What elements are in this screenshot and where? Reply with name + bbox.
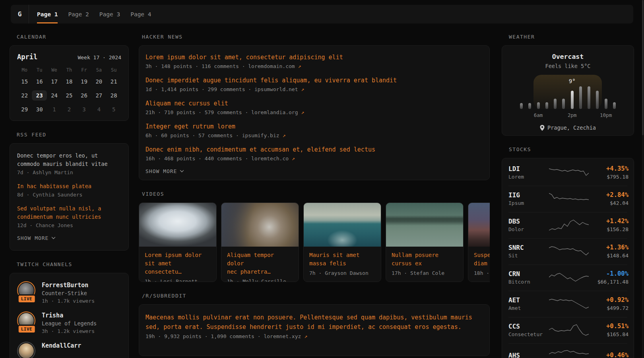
hn-item-domain-link[interactable]: ipsumworld.net [254,86,298,92]
hn-item: Lorem ipsum dolor sit amet, consectetur … [145,53,483,69]
weather-bar [593,91,601,109]
stock-change: +0.46% [589,351,628,358]
stock-price: $499.72 [589,304,628,312]
calendar-day: 30 [32,104,47,115]
weather-bar [602,99,610,109]
video-card[interactable]: Suspendissediam 18h · Tara [468,202,490,282]
weather-location: Prague, Czechia [510,125,626,131]
page-scrollbar-thumb[interactable] [642,0,644,135]
rss-item-link[interactable]: In hac habitasse platea [17,182,121,191]
twitch-channel-trisha[interactable]: LIVE Trisha League of Legends 3h · 1.2k … [17,311,121,335]
rss-item-meta: 7d · Ashlyn Martin [17,169,121,175]
twitch-widget: TWITCH CHANNELS LIVE ForrestBurton Count… [10,261,129,358]
hn-item-domain-link[interactable]: loremdomain.com [248,63,295,69]
stock-row-ldi[interactable]: LDILorem +4.35%$795.18 [508,160,627,186]
calendar-day: 16 [32,76,47,87]
stock-row-crn[interactable]: CRNBitcorn -1.00%$66,171.48 [508,265,627,291]
weather-widget: WEATHER Overcast Feels like 5°C 9° 6am 2… [502,34,634,136]
video-card[interactable]: Aliquam tempor dolornec pharetra… 1h · M… [221,202,299,282]
location-pin-icon [540,125,545,131]
stock-sparkline [549,166,589,179]
video-thumbnail [386,203,463,247]
hn-section-title: HACKER NEWS [142,34,490,40]
weather-location-label: Prague, Czechia [547,125,596,131]
page-scrollbar-track[interactable] [642,0,644,358]
video-meta: 7h · Grayson Dawson [309,270,375,276]
stock-row-aet[interactable]: AETAmet +0.92%$499.72 [508,291,627,317]
video-thumbnail [139,203,216,247]
stocks-widget: STOCKS LDILorem +4.35%$795.18 IIGIpsum +… [502,146,634,358]
app-logo[interactable]: G [11,5,29,23]
rss-item: Donec tempor eros leo, ut commodo mauris… [17,152,121,175]
calendar-day: 20 [91,76,106,87]
reddit-section-title: /R/SUBREDDIT [142,293,490,299]
rss-item: Sed volutpat nulla nisl, a condimentum n… [17,204,121,228]
hn-item-domain-link[interactable]: ipsumify.biz [242,132,279,138]
hn-item-link[interactable]: Donec enim nibh, condimentum et accumsan… [145,145,483,154]
weather-hour-axis: 6am 2pm 10pm [517,112,619,119]
twitch-channel-kendallcarr[interactable]: KendallCarr [17,342,121,358]
hn-item-meta: 3h · 148 points · 116 comments · [145,63,248,69]
reddit-widget: /R/SUBREDDIT Maecenas mollis pulvinar er… [139,293,490,356]
hn-item-domain-link[interactable]: loremlandia.org [251,109,298,115]
calendar-grid: Mo Tu We Th Fr Sa Su 15 16 17 18 19 20 2… [17,67,121,115]
hacker-news-card: Lorem ipsum dolor sit amet, consectetur … [139,45,490,180]
twitch-channel-forrestburton[interactable]: LIVE ForrestBurton Counter-Strike 1h · 1… [17,281,121,305]
stock-row-ccs[interactable]: CCSConsectetur +0.51%$165.84 [508,317,627,343]
stock-sparkline [549,271,589,284]
rss-item-link[interactable]: Donec tempor eros leo, ut commodo mauris… [17,152,121,168]
calendar-day-next-month: 2 [62,104,76,115]
videos-section-title: VIDEOS [142,191,490,197]
stock-symbol: AET [508,296,549,304]
calendar-day-selected: 23 [32,90,47,101]
stock-row-snrc[interactable]: SNRCSit +1.36%$148.64 [508,238,627,265]
reddit-card: Maecenas mollis pulvinar erat non posuer… [139,304,490,356]
rss-item-link[interactable]: Sed volutpat nulla nisl, a condimentum n… [17,204,121,221]
stock-sparkline [549,348,589,358]
hn-item-link[interactable]: Integer eget rutrum lorem [145,122,483,131]
stock-price: $42.04 [589,199,628,207]
stock-sparkline [549,297,589,311]
stock-row-iig[interactable]: IIGIpsum +2.84%$42.04 [508,186,627,212]
tab-page-2[interactable]: Page 2 [68,5,89,23]
hn-item-link[interactable]: Donec imperdiet augue tincidunt felis al… [145,76,483,85]
calendar-day: 15 [17,76,32,87]
avatar [19,343,34,358]
stock-name: Lorem [508,173,549,181]
weather-bar [534,102,543,109]
tab-page-3[interactable]: Page 3 [99,5,120,23]
video-title: Mauris sit ametmassa felis [309,251,375,268]
channel-game: Counter-Strike [42,289,95,297]
calendar-day-next-month: 3 [77,104,91,115]
calendar-day-next-month: 4 [91,104,106,115]
chevron-down-icon [51,237,56,239]
weather-feels-like: Feels like 5°C [510,63,626,69]
tab-page-4[interactable]: Page 4 [130,5,151,23]
video-card[interactable]: Lorem ipsum dolorsit amet consectetu… 1h… [139,202,217,282]
top-nav: G Page 1 Page 2 Page 3 Page 4 [11,5,633,23]
calendar-day-next-month: 1 [47,104,62,115]
calendar-month: April [17,53,37,61]
channel-meta: 1h · 1.7k viewers [42,297,95,305]
video-title: Aliquam tempor dolornec pharetra… [227,251,293,276]
rss-show-more-button[interactable]: SHOW MORE [17,235,121,241]
tab-page-1[interactable]: Page 1 [37,5,58,23]
stock-change: +0.51% [589,322,628,331]
stock-symbol: AHS [508,351,549,358]
hn-item-domain-link[interactable]: loremtech.co [251,156,289,161]
hn-item-link[interactable]: Aliquam nec cursus elit [145,99,483,108]
reddit-post-link[interactable]: Maecenas mollis pulvinar erat non posuer… [145,313,483,332]
live-badge: LIVE [17,294,36,304]
hn-item-meta: 6h · 60 points · 57 comments · [145,132,242,138]
stock-row-dbs[interactable]: DBSDolor +1.42%$156.28 [508,212,627,238]
external-link-icon: ↗ [298,63,301,69]
left-column: CALENDAR April Week 17 · 2024 Mo Tu We T… [10,34,129,358]
channel-game: League of Legends [42,319,97,327]
stock-symbol: SNRC [508,243,549,252]
video-card[interactable]: Mauris sit ametmassa felis 7h · Grayson … [303,202,381,282]
reddit-post-domain-link[interactable]: loremnet.xyz [264,333,301,339]
video-card[interactable]: Nullam posuerecursus ex 17h · Stefan Col… [386,202,464,282]
hn-show-more-button[interactable]: SHOW MORE [145,168,483,174]
hn-item-link[interactable]: Lorem ipsum dolor sit amet, consectetur … [145,53,483,62]
stock-row-ahs[interactable]: AHS +0.46% [508,343,627,358]
